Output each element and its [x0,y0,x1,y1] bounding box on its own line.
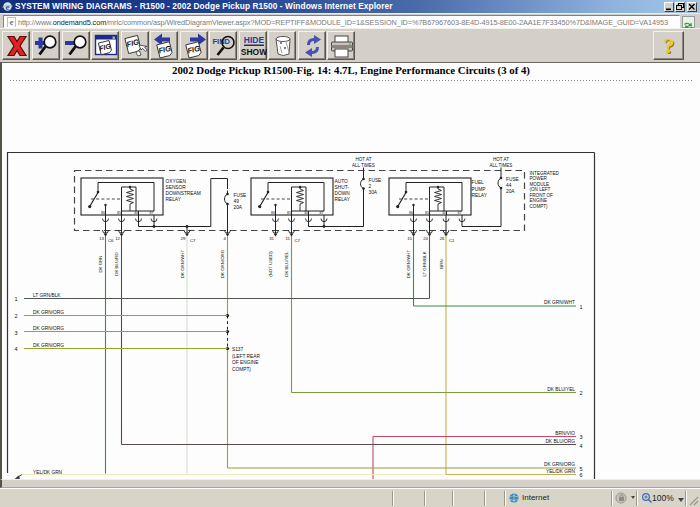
svg-text:HIDE: HIDE [244,35,265,45]
svg-text:SHOW: SHOW [241,47,267,57]
svg-text:e: e [6,2,10,12]
svg-text:?: ? [664,33,675,58]
